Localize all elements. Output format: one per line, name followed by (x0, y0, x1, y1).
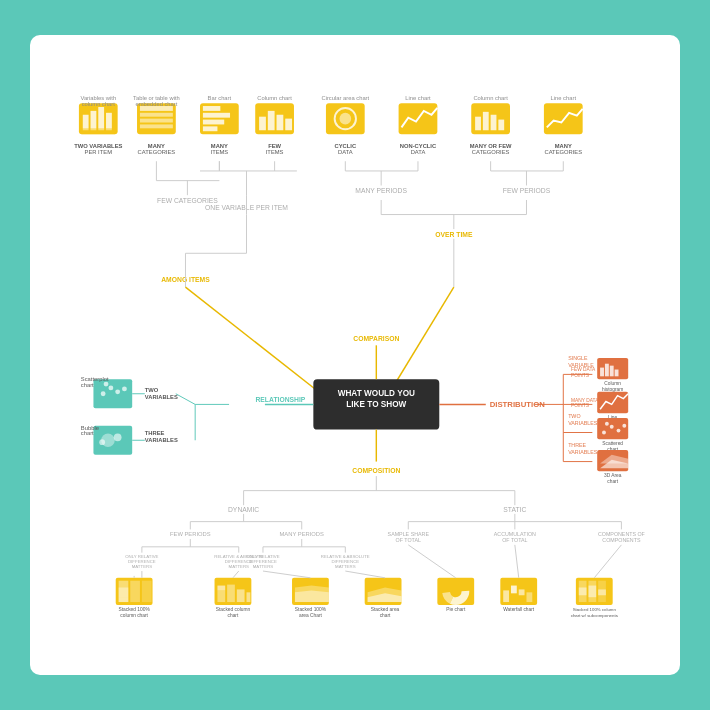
svg-text:PER ITEM: PER ITEM (85, 149, 113, 155)
svg-text:TWO: TWO (568, 413, 580, 419)
svg-text:VARIABLES: VARIABLES (568, 420, 598, 426)
svg-text:chart: chart (81, 382, 94, 388)
svg-rect-50 (498, 120, 504, 131)
svg-text:FEW: FEW (268, 143, 281, 149)
main-card: TWO VARIABLES PER ITEM Variables with co… (30, 35, 680, 675)
svg-text:chart: chart (228, 613, 239, 618)
svg-rect-120 (615, 370, 619, 377)
svg-text:MANY: MANY (555, 143, 572, 149)
svg-rect-243 (526, 592, 532, 602)
svg-text:MANY: MANY (148, 143, 165, 149)
svg-text:Line chart: Line chart (551, 95, 577, 101)
svg-text:STATIC: STATIC (503, 506, 526, 513)
svg-text:SINGLE: SINGLE (568, 355, 588, 361)
svg-rect-49 (491, 115, 497, 131)
svg-rect-213 (130, 581, 140, 602)
svg-text:Stacked area: Stacked area (371, 607, 400, 612)
svg-text:FEW PERIODS: FEW PERIODS (170, 531, 211, 537)
svg-rect-212 (119, 597, 129, 602)
svg-text:FEW PERIODS: FEW PERIODS (503, 187, 551, 194)
svg-point-156 (99, 439, 105, 445)
svg-rect-23 (203, 120, 224, 125)
svg-text:Line chart: Line chart (405, 95, 431, 101)
svg-point-145 (104, 382, 109, 387)
svg-point-143 (108, 386, 113, 391)
svg-text:MATTERS: MATTERS (132, 564, 153, 569)
svg-text:DATA: DATA (338, 149, 353, 155)
svg-rect-5 (106, 113, 112, 130)
svg-text:OF TOTAL: OF TOTAL (396, 537, 421, 543)
svg-rect-126 (597, 418, 628, 439)
svg-text:NON-CYCLIC: NON-CYCLIC (400, 143, 437, 149)
svg-rect-22 (203, 113, 230, 118)
svg-text:column chart: column chart (82, 101, 116, 107)
svg-rect-141 (93, 379, 132, 408)
svg-rect-6 (81, 128, 116, 134)
svg-rect-29 (259, 117, 266, 131)
svg-point-130 (605, 422, 609, 426)
svg-text:COMPONENTS: COMPONENTS (602, 537, 641, 543)
svg-text:Circular area chart: Circular area chart (321, 95, 369, 101)
svg-text:Stacked 100% column: Stacked 100% column (573, 607, 617, 612)
svg-text:VARIABLES: VARIABLES (568, 449, 598, 455)
svg-rect-251 (598, 589, 606, 595)
svg-marker-227 (295, 590, 329, 602)
svg-point-142 (101, 391, 106, 396)
svg-text:CATEGORIES: CATEGORIES (544, 149, 582, 155)
svg-rect-211 (119, 588, 129, 598)
svg-rect-219 (217, 586, 225, 591)
svg-rect-15 (140, 124, 173, 128)
svg-text:THREE: THREE (145, 430, 165, 436)
svg-text:MATTERS: MATTERS (335, 564, 356, 569)
svg-point-131 (622, 424, 626, 428)
svg-rect-240 (503, 590, 509, 602)
svg-text:LIKE TO SHOW: LIKE TO SHOW (346, 400, 406, 409)
svg-rect-119 (610, 366, 614, 377)
svg-rect-218 (217, 590, 225, 602)
svg-text:Column: Column (604, 381, 621, 386)
svg-text:Column chart: Column chart (257, 95, 292, 101)
svg-rect-117 (600, 368, 604, 377)
svg-text:COMPOSITION: COMPOSITION (352, 467, 400, 474)
svg-rect-242 (519, 589, 525, 595)
diagram: TWO VARIABLES PER ITEM Variables with co… (40, 45, 670, 665)
svg-text:MANY DATA: MANY DATA (571, 398, 599, 403)
svg-rect-13 (140, 113, 173, 117)
svg-rect-249 (588, 586, 596, 598)
svg-text:Stacked column: Stacked column (216, 607, 251, 612)
svg-text:POINTS: POINTS (571, 373, 589, 378)
svg-rect-47 (475, 117, 481, 131)
svg-rect-214 (142, 581, 152, 602)
svg-text:MANY PERIODS: MANY PERIODS (355, 187, 407, 194)
svg-text:chart: chart (380, 613, 391, 618)
svg-rect-241 (511, 586, 517, 594)
svg-text:chart: chart (607, 479, 618, 484)
svg-rect-31 (277, 115, 284, 131)
svg-point-144 (115, 389, 120, 394)
svg-text:chart w/ subcomponents: chart w/ subcomponents (571, 613, 619, 618)
svg-point-129 (617, 429, 621, 433)
svg-text:CATEGORIES: CATEGORIES (138, 149, 176, 155)
svg-text:Bar chart: Bar chart (208, 95, 232, 101)
svg-text:MANY OR FEW: MANY OR FEW (470, 143, 512, 149)
svg-rect-30 (268, 111, 275, 130)
svg-text:WHAT WOULD YOU: WHAT WOULD YOU (338, 389, 415, 398)
svg-rect-14 (140, 119, 173, 123)
svg-text:Pie chart: Pie chart (446, 607, 466, 612)
svg-text:MATTERS: MATTERS (229, 564, 250, 569)
svg-text:ITEMS: ITEMS (211, 149, 229, 155)
svg-rect-2 (83, 115, 89, 131)
svg-rect-48 (483, 112, 489, 130)
svg-text:TWO: TWO (145, 387, 159, 393)
svg-text:MANY: MANY (211, 143, 228, 149)
svg-rect-220 (227, 585, 235, 602)
svg-text:OF TOTAL: OF TOTAL (502, 537, 527, 543)
svg-text:chart: chart (81, 430, 94, 436)
svg-text:CYCLIC: CYCLIC (335, 143, 357, 149)
svg-rect-3 (91, 111, 97, 130)
svg-text:MANY PERIODS: MANY PERIODS (280, 531, 324, 537)
svg-rect-24 (203, 126, 218, 131)
svg-rect-118 (605, 364, 609, 377)
svg-text:MATTERS: MATTERS (253, 564, 274, 569)
svg-text:RELATIONSHIP: RELATIONSHIP (255, 395, 305, 402)
